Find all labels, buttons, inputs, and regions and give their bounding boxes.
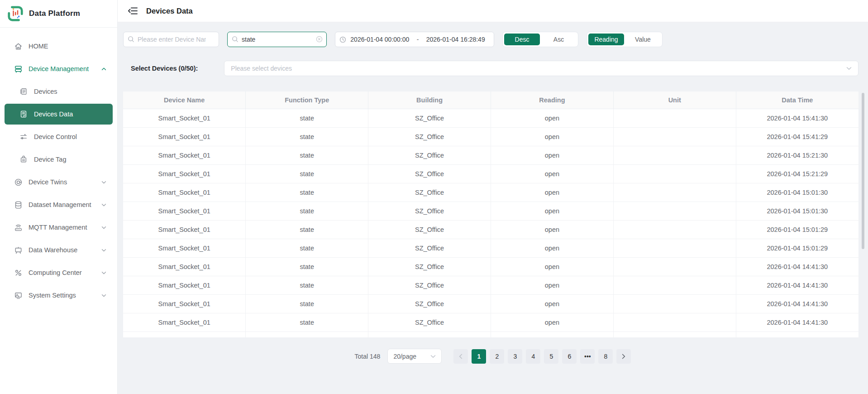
cell-unit xyxy=(613,146,736,164)
select-devices-dropdown[interactable]: Please select devices xyxy=(224,61,858,76)
prev-page-button[interactable] xyxy=(453,349,468,364)
cell-unit xyxy=(613,127,736,146)
cell-data-time: 2026-01-04 14:21:30 xyxy=(736,332,858,337)
function-search xyxy=(227,32,327,47)
cell-building: SZ_Office xyxy=(368,276,491,294)
page-button-8[interactable]: 8 xyxy=(598,349,613,364)
page-button-3[interactable]: 3 xyxy=(508,349,522,364)
page-button-2[interactable]: 2 xyxy=(490,349,504,364)
page-button-1[interactable]: 1 xyxy=(472,349,486,364)
cell-unit xyxy=(613,276,736,294)
sidebar-item-system-settings[interactable]: System Settings xyxy=(0,284,117,307)
cell-building: SZ_Office xyxy=(368,183,491,202)
cell-reading: open xyxy=(491,183,613,202)
device-name-input[interactable] xyxy=(123,32,219,47)
sidebar-item-label: Device Control xyxy=(34,133,77,140)
function-search-input[interactable] xyxy=(227,32,327,47)
cell-device-name: Smart_Socket_01 xyxy=(123,220,246,239)
sidebar-item-mqtt-management[interactable]: MQTT Management xyxy=(0,216,117,239)
cell-reading: open xyxy=(491,332,613,337)
chevron-down-icon xyxy=(101,226,106,229)
device-name-search xyxy=(123,32,219,47)
sidebar-item-devices-data[interactable]: Devices Data xyxy=(5,104,113,125)
cell-building: SZ_Office xyxy=(368,127,491,146)
sidebar-item-computing-center[interactable]: Computing Center xyxy=(0,261,117,284)
sidebar-item-label: HOME xyxy=(29,43,48,50)
cell-data-time: 2026-01-04 15:01:29 xyxy=(736,239,858,257)
chevron-down-icon xyxy=(101,203,106,207)
cell-building: SZ_Office xyxy=(368,294,491,313)
cell-device-name: Smart_Socket_01 xyxy=(123,109,246,127)
filters-row: 2026-01-04 00:00:00 - 2026-01-04 16:28:4… xyxy=(123,32,858,47)
content-area: 2026-01-04 00:00:00 - 2026-01-04 16:28:4… xyxy=(118,22,868,394)
date-range-picker[interactable]: 2026-01-04 00:00:00 - 2026-01-04 16:28:4… xyxy=(335,32,494,47)
sidebar-item-device-control[interactable]: Device Control xyxy=(0,125,117,148)
more-pages-button[interactable]: ••• xyxy=(580,349,595,364)
cell-data-time: 2026-01-04 15:01:29 xyxy=(736,220,858,239)
sidebar-item-device-twins[interactable]: Device Twins xyxy=(0,171,117,193)
cell-unit xyxy=(613,220,736,239)
clear-icon[interactable] xyxy=(316,36,323,43)
main-area: Devices Data xyxy=(118,0,868,394)
cell-function-type: state xyxy=(246,257,368,276)
twins-icon xyxy=(14,178,23,187)
sidebar-item-dataset-management[interactable]: Dataset Management xyxy=(0,193,117,216)
cell-device-name: Smart_Socket_01 xyxy=(123,257,246,276)
select-devices-row: Select Devices (0/50): Please select dev… xyxy=(131,61,858,76)
cell-reading: open xyxy=(491,109,613,127)
sidebar-item-label: Devices xyxy=(34,88,57,95)
mode-reading-button[interactable]: Reading xyxy=(588,34,624,45)
table-row: Smart_Socket_01 state SZ_Office open 202… xyxy=(123,276,858,294)
sidebar-item-label: System Settings xyxy=(29,292,76,299)
column-header-function-type: Function Type xyxy=(246,91,368,109)
page-button-5[interactable]: 5 xyxy=(544,349,558,364)
cell-function-type: state xyxy=(246,239,368,257)
cell-unit xyxy=(613,257,736,276)
menu-fold-icon[interactable] xyxy=(128,7,138,15)
cell-function-type: state xyxy=(246,313,368,332)
select-devices-placeholder: Please select devices xyxy=(231,65,292,72)
cell-data-time: 2026-01-04 14:41:30 xyxy=(736,257,858,276)
page-button-4[interactable]: 4 xyxy=(526,349,540,364)
page-button-6[interactable]: 6 xyxy=(562,349,577,364)
table-row: Smart_Socket_01 state SZ_Office open 202… xyxy=(123,313,858,332)
sort-desc-button[interactable]: Desc xyxy=(504,34,540,45)
cell-device-name: Smart_Socket_01 xyxy=(123,276,246,294)
sidebar-item-label: Device Tag xyxy=(34,156,66,163)
table-row: Smart_Socket_01 state SZ_Office open 202… xyxy=(123,202,858,220)
page-size-select[interactable]: 20/page xyxy=(387,349,442,364)
document-check-icon xyxy=(19,110,28,119)
table-row: Smart_Socket_01 state SZ_Office open 202… xyxy=(123,164,858,183)
page-size-value: 20/page xyxy=(393,353,416,360)
table-row: Smart_Socket_01 state SZ_Office open 202… xyxy=(123,146,858,164)
cell-building: SZ_Office xyxy=(368,313,491,332)
sidebar-item-device-tag[interactable]: Device Tag xyxy=(0,148,117,171)
next-page-button[interactable] xyxy=(616,349,631,364)
select-devices-label: Select Devices (0/50): xyxy=(131,65,198,72)
sidebar-item-label: MQTT Management xyxy=(29,224,87,231)
app-logo-icon xyxy=(7,5,24,22)
clipboard-list-icon xyxy=(19,87,28,96)
cell-data-time: 2026-01-04 15:01:30 xyxy=(736,202,858,220)
cell-building: SZ_Office xyxy=(368,164,491,183)
column-header-device-name: Device Name xyxy=(123,91,246,109)
sidebar-item-label: Computing Center xyxy=(29,269,82,276)
home-icon xyxy=(14,42,23,51)
sidebar-item-device-management[interactable]: Device Management xyxy=(0,58,117,80)
sidebar-item-home[interactable]: HOME xyxy=(0,35,117,58)
mode-value-button[interactable]: Value xyxy=(625,34,661,45)
vertical-scrollbar-thumb[interactable] xyxy=(862,93,864,249)
sidebar-item-devices[interactable]: Devices xyxy=(0,80,117,103)
chevron-down-icon xyxy=(101,181,106,184)
cell-building: SZ_Office xyxy=(368,220,491,239)
sidebar-item-data-warehouse[interactable]: Data Warehouse xyxy=(0,239,117,261)
cell-reading: open xyxy=(491,220,613,239)
chip-icon xyxy=(14,268,23,277)
cell-unit xyxy=(613,164,736,183)
cell-unit xyxy=(613,183,736,202)
cell-data-time: 2026-01-04 14:41:30 xyxy=(736,294,858,313)
sort-asc-button[interactable]: Asc xyxy=(541,34,577,45)
database-icon xyxy=(14,200,23,209)
table-row: Smart_Socket_01 state SZ_Office open 202… xyxy=(123,332,858,337)
column-header-data-time: Data Time xyxy=(736,91,858,109)
